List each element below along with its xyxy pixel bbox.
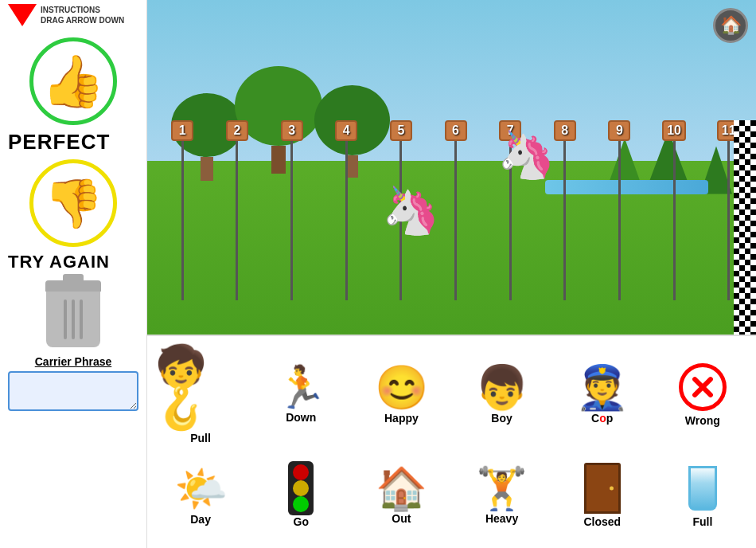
main-area: 1 2 3 4 5 6 7	[147, 0, 756, 548]
happy-label: Happy	[384, 412, 419, 425]
day-label: Day	[190, 513, 211, 526]
trash-body	[46, 292, 100, 347]
trash-line	[72, 299, 75, 339]
closed-label: Closed	[583, 515, 621, 528]
closed-icon	[584, 464, 621, 512]
vocab-card-heavy[interactable]: 🏋️ Heavy	[453, 451, 550, 542]
down-label: Down	[286, 411, 316, 424]
carrier-phrase-input[interactable]	[8, 371, 138, 411]
go-label: Go	[294, 515, 309, 528]
sign-1: 1	[155, 120, 210, 300]
down-arrow-icon	[8, 4, 37, 26]
thumbs-down-icon: 👎	[44, 175, 103, 232]
boy-label: Boy	[491, 412, 512, 425]
wrong-label: Wrong	[685, 414, 720, 427]
vocab-card-full[interactable]: Full	[654, 451, 751, 542]
sign-4: 4	[319, 120, 374, 300]
go-icon	[288, 464, 314, 512]
vocab-card-out[interactable]: 🏠 Out	[353, 451, 450, 542]
trash-lid	[45, 280, 101, 292]
cop-icon: 👮	[575, 366, 629, 409]
vocab-card-pull[interactable]: 🧒🪝 Pull	[152, 342, 249, 448]
cop-label: Cop	[591, 412, 613, 425]
number-signs: 1 2 3 4 5 6 7	[147, 120, 756, 300]
race-track: 1 2 3 4 5 6 7	[147, 0, 756, 335]
home-icon: 🏠	[720, 15, 742, 36]
carrier-phrase-label: Carrier Phrase	[8, 355, 138, 368]
sign-10: 10	[647, 120, 702, 300]
finish-flag	[734, 120, 756, 335]
unicorn-player: 🦄	[382, 183, 439, 237]
sign-3: 3	[264, 120, 319, 300]
vocab-card-wrong[interactable]: Wrong	[654, 342, 751, 448]
vocab-card-happy[interactable]: 😊 Happy	[353, 342, 450, 448]
full-label: Full	[692, 515, 712, 528]
trash-line	[64, 299, 67, 339]
day-icon: 🌤️	[174, 467, 228, 510]
perfect-label: PERFECT	[0, 130, 146, 155]
vocab-card-cop[interactable]: 👮 Cop	[554, 342, 651, 448]
unicorn-opponent: 🦄	[497, 127, 555, 182]
left-panel: INSTRUCTIONS DRAG ARROW DOWN 👍 PERFECT 👎…	[0, 0, 147, 548]
full-icon	[688, 464, 717, 512]
sign-2: 2	[210, 120, 265, 300]
vocab-area: 🧒🪝 Pull 🏃 Down 😊 Happy 👦 Boy 👮 Cop	[147, 335, 756, 548]
home-button[interactable]: 🏠	[713, 8, 748, 43]
perfect-badge[interactable]: 👍	[29, 37, 117, 125]
vocab-card-go[interactable]: Go	[252, 451, 349, 542]
vocab-card-day[interactable]: 🌤️ Day	[152, 451, 249, 542]
heavy-label: Heavy	[485, 512, 518, 525]
instruction-text: INSTRUCTIONS DRAG ARROW DOWN	[41, 5, 124, 25]
out-icon: 🏠	[376, 468, 427, 509]
try-again-badge[interactable]: 👎	[29, 159, 117, 247]
carrier-phrase-section: Carrier Phrase	[0, 355, 146, 414]
pull-icon: 🧒🪝	[155, 346, 246, 429]
heavy-icon: 🏋️	[476, 468, 528, 509]
pull-label: Pull	[190, 432, 211, 444]
vocab-card-boy[interactable]: 👦 Boy	[453, 342, 550, 448]
instructions-area: INSTRUCTIONS DRAG ARROW DOWN	[0, 4, 146, 26]
vocab-card-closed[interactable]: Closed	[554, 451, 651, 542]
wrong-icon	[679, 363, 727, 411]
trash-can[interactable]	[45, 280, 101, 347]
sign-9: 9	[592, 120, 647, 300]
try-again-label: TRY AGAIN	[0, 252, 146, 272]
out-label: Out	[392, 512, 411, 525]
trash-line	[80, 299, 83, 339]
happy-icon: 😊	[375, 366, 428, 409]
vocab-card-down[interactable]: 🏃 Down	[252, 342, 349, 448]
boy-icon: 👦	[475, 366, 528, 409]
down-icon: 🏃	[275, 366, 327, 408]
thumbs-up-icon: 👍	[41, 52, 105, 112]
